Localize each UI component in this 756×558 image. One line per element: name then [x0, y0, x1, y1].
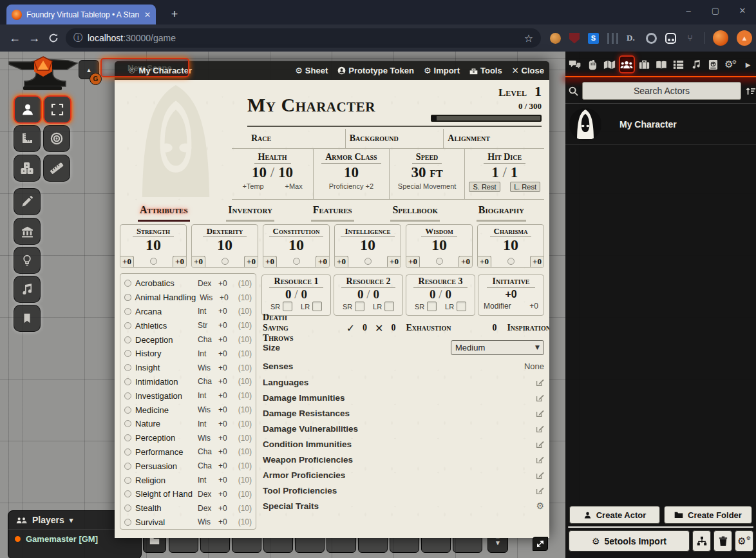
character-portrait[interactable]	[120, 82, 232, 200]
save-proficiency-radio[interactable]	[507, 258, 515, 265]
initiative-box[interactable]: Initiative +0 Modifier+0	[478, 274, 544, 316]
edit-icon[interactable]	[536, 394, 544, 402]
ability-mod[interactable]: +0	[478, 256, 491, 267]
skill-row[interactable]: IntimidationCha+0(10)	[124, 375, 252, 389]
tools-button[interactable]: Tools	[469, 66, 502, 75]
ability-constitution[interactable]: Constitution 10 +0+0	[263, 224, 330, 268]
sr-checkbox[interactable]	[283, 302, 292, 311]
delete-button[interactable]	[713, 530, 732, 552]
save-proficiency-radio[interactable]	[436, 258, 443, 265]
tab-close-icon[interactable]: ✕	[144, 10, 151, 19]
grid-extension-icon[interactable]	[607, 33, 618, 44]
s-extension-icon[interactable]: S	[588, 33, 599, 44]
tab-journal[interactable]	[654, 55, 670, 73]
ability-mod[interactable]: +0	[120, 256, 134, 267]
ability-mod[interactable]: +0	[192, 256, 205, 267]
skill-row[interactable]: MedicineWis+0(10)	[124, 403, 252, 417]
folder-tree-button[interactable]	[692, 530, 711, 552]
window-resize-handle[interactable]	[533, 537, 548, 551]
sheet-config-button[interactable]: ⚙Sheet	[295, 66, 328, 75]
cookie-extension-icon[interactable]	[550, 33, 561, 44]
refresh-button[interactable]	[44, 33, 63, 43]
edit-icon[interactable]	[536, 425, 544, 433]
race-field[interactable]: Race	[247, 129, 345, 148]
notes-tool-button[interactable]	[14, 305, 41, 332]
resource-2-box[interactable]: Resource 2 0 / 0 SRLR	[334, 274, 403, 316]
tab-scenes[interactable]	[601, 55, 618, 73]
skill-row[interactable]: ArcanaInt+0(10)	[124, 305, 252, 319]
health-stat[interactable]: Health 10 / 10 +Temp+Max	[232, 149, 313, 199]
skill-row[interactable]: Sleight of HandDex+0(10)	[124, 487, 252, 501]
tab-settings[interactable]: ⚙⚙	[723, 55, 739, 73]
tab-features[interactable]: Features	[311, 204, 354, 222]
lr-checkbox[interactable]	[312, 302, 322, 311]
senses-value[interactable]: None	[524, 361, 544, 371]
ability-strength[interactable]: Strength 10 +0+0	[120, 224, 187, 268]
dice-tool-button[interactable]	[14, 155, 41, 182]
skill-proficiency-radio[interactable]	[124, 490, 131, 497]
ublock-extension-icon[interactable]	[569, 33, 580, 44]
forward-button[interactable]: →	[24, 32, 44, 45]
skill-proficiency-radio[interactable]	[124, 434, 131, 441]
select-targets-tool-button[interactable]	[43, 95, 71, 124]
skill-proficiency-radio[interactable]	[124, 448, 131, 456]
drawing-tool-button[interactable]	[14, 188, 41, 215]
save-proficiency-radio[interactable]	[364, 258, 372, 265]
prototype-token-button[interactable]: Prototype Token	[337, 66, 414, 75]
ability-intelligence[interactable]: Intelligence 10 +0+0	[334, 224, 401, 268]
edit-icon[interactable]	[536, 456, 544, 464]
fork-extension-icon[interactable]: ⑂	[685, 33, 695, 44]
ability-wisdom[interactable]: Wisdom 10 +0+0	[406, 224, 473, 268]
new-tab-button[interactable]: +	[166, 6, 183, 23]
box-extension-icon[interactable]	[665, 33, 676, 44]
tab-inventory[interactable]: Inventory	[226, 204, 274, 222]
ability-mod[interactable]: +0	[335, 256, 348, 267]
sidebar-collapse-icon[interactable]: ▶	[740, 55, 756, 73]
edit-icon[interactable]	[536, 471, 544, 479]
save-proficiency-radio[interactable]	[222, 258, 229, 265]
tab-attributes[interactable]: Attributes	[138, 204, 190, 222]
search-actors-input[interactable]	[582, 82, 741, 100]
ability-mod[interactable]: +0	[406, 256, 420, 267]
resource-1-box[interactable]: Resource 1 0 / 0 SRLR	[261, 274, 331, 316]
skill-row[interactable]: HistoryInt+0(10)	[124, 347, 252, 361]
armor-class-stat[interactable]: Armor Class 10 Proficiency +2	[313, 149, 389, 199]
skill-row[interactable]: PerceptionWis+0(10)	[124, 431, 252, 445]
skill-proficiency-radio[interactable]	[124, 477, 131, 484]
skill-proficiency-radio[interactable]	[124, 378, 131, 385]
skill-proficiency-radio[interactable]	[124, 280, 131, 287]
skill-proficiency-radio[interactable]	[124, 294, 131, 301]
hp-current[interactable]: 10	[252, 164, 267, 180]
skill-proficiency-radio[interactable]	[124, 505, 131, 512]
5etools-import-button[interactable]: ⚙ 5etools Import	[569, 530, 690, 552]
ability-save[interactable]: +0	[244, 256, 258, 267]
create-actor-button[interactable]: Create Actor	[569, 506, 660, 524]
exhaustion-value[interactable]: 0	[492, 323, 496, 333]
skill-row[interactable]: AcrobaticsDex+0(10)	[124, 276, 252, 291]
tab-playlists[interactable]	[688, 55, 704, 73]
skill-proficiency-radio[interactable]	[124, 364, 131, 371]
background-field[interactable]: Background	[345, 129, 444, 148]
settings-button[interactable]: ⚙⚙	[735, 530, 753, 552]
special-traits-gear-icon[interactable]: ⚙	[536, 501, 544, 511]
tab-items[interactable]	[636, 55, 652, 73]
ability-save[interactable]: +0	[316, 256, 329, 267]
skill-proficiency-radio[interactable]	[124, 336, 131, 343]
window-close-button[interactable]: ✕	[729, 0, 756, 21]
browser-update-button[interactable]: ▲	[737, 30, 752, 46]
walls-tool-button[interactable]	[14, 218, 41, 245]
browser-tab[interactable]: Foundry Virtual Tabletop • A Stan ✕	[6, 5, 156, 24]
tab-combat[interactable]	[584, 55, 600, 73]
bookmark-star-icon[interactable]: ☆	[524, 32, 533, 44]
back-button[interactable]: ←	[5, 32, 24, 45]
token-tool-button[interactable]	[14, 95, 42, 124]
hit-dice-stat[interactable]: Hit Dice 1 / 1 S. Rest L. Rest	[464, 149, 544, 199]
window-maximize-button[interactable]: ▢	[702, 0, 729, 21]
tab-compendium[interactable]	[705, 55, 721, 73]
create-folder-button[interactable]: Create Folder	[664, 506, 752, 524]
ability-save[interactable]: +0	[387, 256, 401, 267]
death-failure-count[interactable]: 0	[391, 323, 395, 333]
sort-filter-icon[interactable]	[746, 86, 756, 96]
measure-tool-button[interactable]	[43, 155, 70, 182]
actor-list-item[interactable]: My Character	[565, 104, 756, 145]
